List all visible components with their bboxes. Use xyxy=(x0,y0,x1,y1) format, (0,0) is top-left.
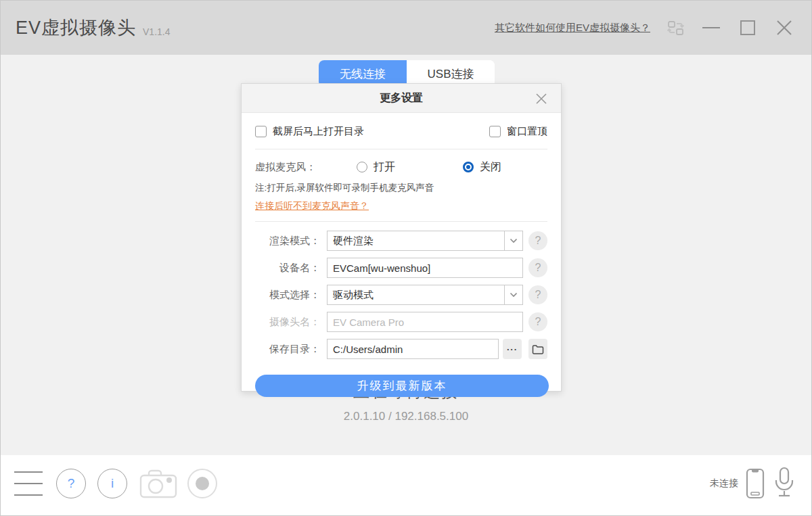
minimize-icon xyxy=(702,27,720,28)
checkbox-window-topmost[interactable]: 窗口置顶 xyxy=(489,125,547,138)
checkbox-open-dir-after-screenshot[interactable]: 截屏后马上打开目录 xyxy=(255,125,364,138)
radio-mic-off-label: 关闭 xyxy=(480,160,501,174)
how-to-use-link[interactable]: 其它软件如何使用EV虚拟摄像头？ xyxy=(495,22,650,34)
mode-select[interactable]: 驱动模式 xyxy=(327,285,523,305)
divider xyxy=(255,221,547,222)
phone-status xyxy=(745,468,765,499)
connection-status: 未连接 xyxy=(710,477,738,490)
dialog-close-button[interactable] xyxy=(531,84,551,113)
camera-icon xyxy=(139,468,178,499)
virtual-mic-label: 虚拟麦克风： xyxy=(255,161,335,174)
app-version: V1.1.4 xyxy=(143,26,170,37)
camera-name-input[interactable] xyxy=(327,312,523,332)
switch-mode-button[interactable] xyxy=(667,19,684,37)
render-mode-value: 硬件渲染 xyxy=(328,235,504,248)
dialog-title: 更多设置 xyxy=(380,91,423,105)
checkbox-icon xyxy=(255,126,267,137)
record-button[interactable] xyxy=(187,469,217,498)
app-window: EV虚拟摄像头 V1.1.4 其它软件如何使用EV虚拟摄像头？ xyxy=(0,0,812,516)
device-name-help-button[interactable]: ? xyxy=(528,258,547,277)
chevron-down-icon xyxy=(504,231,522,250)
mic-note-text: 注:打开后,录屏软件即可录制手机麦克风声音 xyxy=(255,182,547,194)
dialog-header: 更多设置 xyxy=(242,84,561,113)
mode-select-help-button[interactable]: ? xyxy=(528,285,547,304)
main-area: 无线连接 USB连接 正在等待连接 2.0.1.10 / 192.168.5.1… xyxy=(1,55,811,455)
microphone-icon xyxy=(773,466,795,498)
screenshot-button[interactable] xyxy=(139,468,178,499)
titlebar: EV虚拟摄像头 V1.1.4 其它软件如何使用EV虚拟摄像头？ xyxy=(1,1,811,55)
radio-mic-off[interactable]: 关闭 xyxy=(463,160,501,174)
record-icon xyxy=(196,477,209,490)
device-name-label: 设备名： xyxy=(255,262,320,275)
render-mode-select[interactable]: 硬件渲染 xyxy=(327,231,523,251)
phone-icon xyxy=(745,468,765,499)
checkbox-icon xyxy=(489,126,501,137)
mode-select-label: 模式选择： xyxy=(255,289,320,302)
radio-unselected-icon xyxy=(357,162,367,172)
info-icon: i xyxy=(111,476,114,491)
render-mode-label: 渲染模式： xyxy=(255,235,320,248)
close-icon xyxy=(775,19,793,37)
minimize-button[interactable] xyxy=(702,18,721,37)
version-ip-text: 2.0.1.10 / 192.168.5.100 xyxy=(1,410,811,423)
chevron-down-icon xyxy=(504,285,522,304)
folder-icon xyxy=(532,344,544,354)
camera-name-help-button[interactable]: ? xyxy=(528,312,547,331)
radio-selected-icon xyxy=(463,162,474,172)
swap-icon xyxy=(667,19,684,37)
menu-button[interactable] xyxy=(14,471,43,496)
maximize-icon xyxy=(740,20,755,35)
question-icon: ? xyxy=(68,476,75,491)
mic-status xyxy=(773,466,795,501)
checkbox-topmost-label: 窗口置顶 xyxy=(507,125,547,138)
help-button[interactable]: ? xyxy=(56,469,86,498)
open-dir-button[interactable] xyxy=(528,339,547,359)
divider xyxy=(255,149,547,149)
close-icon xyxy=(535,93,547,105)
footer-toolbar: ? i 未连接 xyxy=(1,455,811,516)
mic-help-link[interactable]: 连接后听不到麦克风声音？ xyxy=(255,200,378,212)
save-dir-input[interactable] xyxy=(327,339,499,359)
info-button[interactable]: i xyxy=(97,469,127,498)
save-dir-label: 保存目录： xyxy=(255,343,320,356)
radio-mic-on[interactable]: 打开 xyxy=(357,160,395,174)
maximize-button[interactable] xyxy=(738,18,757,37)
render-mode-help-button[interactable]: ? xyxy=(528,231,547,250)
upgrade-button[interactable]: 升级到最新版本 xyxy=(255,375,549,397)
hamburger-icon xyxy=(14,471,43,473)
mode-select-value: 驱动模式 xyxy=(328,289,504,302)
checkbox-open-dir-label: 截屏后马上打开目录 xyxy=(273,125,364,138)
browse-dir-button[interactable]: ··· xyxy=(503,339,522,359)
more-settings-dialog: 更多设置 截屏后马上打开目录 窗口置顶 xyxy=(241,83,562,392)
close-button[interactable] xyxy=(775,18,794,37)
radio-mic-on-label: 打开 xyxy=(374,160,395,174)
app-title: EV虚拟摄像头 xyxy=(16,16,136,40)
camera-name-label: 摄像头名： xyxy=(255,316,320,329)
device-name-input[interactable] xyxy=(327,258,523,278)
